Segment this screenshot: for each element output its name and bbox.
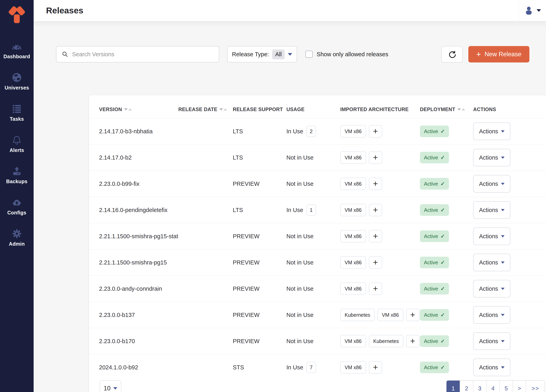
deployment-status-badge: Active✓	[420, 257, 449, 268]
column-header-release-support: RELEASE SUPPORT	[233, 106, 286, 112]
usage-cell: Not in Use	[286, 233, 340, 240]
plus-icon: +	[476, 50, 481, 58]
chevron-down-icon	[501, 288, 505, 290]
version-cell: 2.21.1.1500-smishra-pg15-stat	[99, 233, 178, 240]
deployment-status-label: Active	[424, 364, 438, 371]
sidebar-item-dashboard[interactable]: Dashboard	[0, 34, 34, 66]
actions-label: Actions	[479, 259, 498, 266]
last-page-button[interactable]: >>	[526, 381, 545, 392]
actions-button[interactable]: Actions	[473, 254, 510, 271]
actions-cell: Actions	[473, 280, 546, 298]
table-row: 2.21.1.1500-smishra-pg15 PREVIEW Not in …	[89, 249, 546, 275]
architecture-chip: VM x86	[340, 282, 366, 295]
new-release-button[interactable]: + New Release	[468, 46, 529, 62]
usage-label: In Use	[286, 364, 303, 371]
check-icon: ✓	[441, 364, 445, 371]
actions-button[interactable]: Actions	[473, 123, 510, 140]
actions-button[interactable]: Actions	[473, 306, 510, 324]
add-architecture-button[interactable]: +	[369, 151, 382, 164]
configs-icon	[11, 197, 22, 208]
add-architecture-button[interactable]: +	[369, 282, 382, 295]
deployment-status-badge: Active✓	[420, 362, 449, 373]
column-header-version[interactable]: VERSION	[99, 106, 178, 112]
show-allowed-label: Show only allowed releases	[317, 51, 388, 58]
actions-cell: Actions	[473, 201, 546, 219]
add-architecture-button[interactable]: +	[406, 309, 419, 321]
refresh-button[interactable]	[441, 46, 463, 62]
add-architecture-button[interactable]: +	[369, 204, 382, 216]
refresh-icon	[448, 50, 456, 59]
sidebar-nav: Dashboard Universes Tasks	[0, 34, 34, 253]
actions-button[interactable]: Actions	[473, 280, 510, 298]
chevron-down-icon	[501, 261, 505, 264]
version-cell: 2.14.17.0-b2	[99, 154, 178, 161]
sidebar-item-universes[interactable]: Universes	[0, 66, 34, 97]
sidebar-item-alerts[interactable]: Alerts	[0, 128, 34, 159]
sidebar-item-tasks[interactable]: Tasks	[0, 97, 34, 128]
table-footer: 10 12345>>>	[100, 380, 545, 392]
add-architecture-button[interactable]: +	[406, 335, 419, 347]
page-number[interactable]: 2	[460, 381, 473, 392]
page-number[interactable]: 3	[473, 381, 486, 392]
actions-button[interactable]: Actions	[473, 228, 510, 245]
add-architecture-button[interactable]: +	[369, 178, 382, 190]
deployment-status-badge: Active✓	[420, 125, 449, 137]
actions-button[interactable]: Actions	[473, 149, 510, 166]
deployment-status-badge: Active✓	[420, 230, 449, 242]
deployment-cell: Active✓	[420, 204, 473, 216]
show-allowed-checkbox[interactable]	[306, 51, 313, 58]
usage-cell: Not in Use	[286, 259, 340, 266]
sort-desc-icon	[219, 108, 223, 111]
add-architecture-button[interactable]: +	[369, 256, 382, 269]
chevron-down-icon	[113, 387, 117, 390]
add-architecture-button[interactable]: +	[369, 361, 382, 374]
column-header-deployment[interactable]: DEPLOYMENT	[420, 106, 473, 112]
release-type-dropdown[interactable]: Release Type: All	[227, 46, 297, 62]
architecture-chip: VM x86	[340, 204, 366, 216]
architecture-chip: Kubernetes	[340, 309, 375, 321]
imported-architecture-cell: VM x86+	[340, 256, 420, 269]
actions-button[interactable]: Actions	[473, 332, 510, 350]
usage-cell: In Use7	[286, 362, 340, 373]
page-size-dropdown[interactable]: 10	[100, 380, 121, 392]
table-row: 2024.1.0.0-b92 STS In Use7 VM x86+ Activ…	[89, 354, 546, 380]
table-row: 2.21.1.1500-smishra-pg15-stat PREVIEW No…	[89, 223, 546, 249]
architecture-chip: VM x86	[340, 230, 366, 242]
add-architecture-button[interactable]: +	[369, 230, 382, 242]
actions-button[interactable]: Actions	[473, 175, 510, 193]
release-support-cell: LTS	[233, 128, 286, 135]
page-number[interactable]: 1	[447, 381, 460, 392]
imported-architecture-cell: VM x86+	[340, 125, 420, 137]
release-support-cell: PREVIEW	[233, 338, 286, 345]
check-icon: ✓	[441, 128, 445, 135]
show-allowed-toggle: Show only allowed releases	[306, 51, 388, 58]
release-type-value: All	[272, 49, 285, 59]
actions-label: Actions	[479, 364, 498, 371]
sidebar-item-label: Backups	[6, 179, 27, 184]
chevron-down-icon	[501, 366, 505, 369]
deployment-cell: Active✓	[420, 309, 473, 321]
page-number[interactable]: 5	[499, 381, 513, 392]
column-header-release-date[interactable]: RELEASE DATE	[178, 106, 233, 112]
user-menu[interactable]	[519, 0, 546, 21]
chevron-down-icon	[288, 53, 292, 56]
actions-button[interactable]: Actions	[473, 201, 510, 219]
deployment-status-badge: Active✓	[420, 335, 449, 347]
next-page-button[interactable]: >	[513, 381, 526, 392]
usage-label: In Use	[286, 207, 303, 213]
usage-cell: Not in Use	[286, 286, 340, 292]
search-input[interactable]	[72, 51, 214, 58]
usage-label: Not in Use	[286, 312, 313, 318]
page-number[interactable]: 4	[486, 381, 499, 392]
usage-label: Not in Use	[286, 338, 313, 345]
actions-button[interactable]: Actions	[473, 359, 510, 376]
sidebar-item-admin[interactable]: Admin	[0, 222, 34, 253]
sidebar-item-backups[interactable]: Backups	[0, 159, 34, 191]
deployment-status-badge: Active✓	[420, 204, 449, 216]
imported-architecture-cell: VM x86+	[340, 361, 420, 374]
sidebar-item-configs[interactable]: Configs	[0, 191, 34, 222]
check-icon: ✓	[441, 312, 445, 318]
imported-architecture-cell: KubernetesVM x86+	[340, 309, 420, 321]
actions-label: Actions	[479, 286, 498, 292]
add-architecture-button[interactable]: +	[369, 125, 382, 137]
